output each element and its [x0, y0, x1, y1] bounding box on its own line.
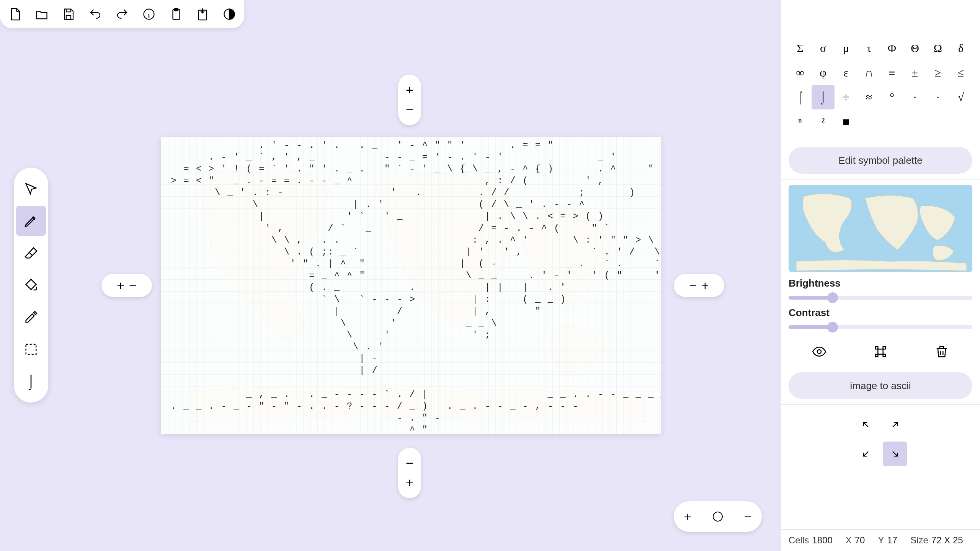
symbol-cell[interactable]: Φ	[880, 36, 903, 60]
edit-palette-button[interactable]: Edit symbol palette	[789, 147, 972, 174]
symbol-cell[interactable]: Θ	[903, 36, 926, 60]
resize-direction-grid	[781, 412, 980, 466]
zoom-reset-icon[interactable]	[712, 510, 724, 523]
symbol-cell[interactable]: ≈	[858, 85, 880, 109]
svg-rect-5	[26, 344, 36, 355]
pointer-tool[interactable]	[16, 174, 46, 204]
preview-toggle-button[interactable]	[810, 342, 828, 361]
symbol-cell[interactable]: ≥	[926, 60, 949, 85]
size-value: 72 X 25	[931, 535, 963, 546]
remove-row-top-button[interactable]: −	[406, 102, 413, 117]
symbol-cell[interactable]: ■	[835, 109, 858, 134]
redo-button[interactable]	[114, 6, 130, 22]
pencil-tool[interactable]	[16, 206, 46, 236]
svg-point-9	[817, 350, 821, 354]
symbol-cell[interactable]: φ	[812, 60, 835, 85]
symbol-cell[interactable]: τ	[858, 36, 880, 60]
symbol-cell[interactable]: °	[880, 85, 903, 109]
new-file-button[interactable]	[7, 6, 23, 22]
zoom-in-button[interactable]: +	[684, 509, 691, 524]
status-bar: Cells1800 X70 Y17 Size72 X 25	[781, 529, 980, 551]
symbol-cell[interactable]: ε	[835, 60, 858, 85]
divider	[781, 179, 980, 179]
eraser-tool[interactable]	[16, 238, 46, 268]
remove-row-bottom-button[interactable]: −	[406, 456, 413, 471]
current-char-glyph: ⌡	[27, 373, 35, 390]
delete-image-button[interactable]	[933, 342, 951, 361]
symbol-cell[interactable]: ÷	[835, 85, 858, 109]
top-toolbar	[0, 0, 244, 28]
symbol-cell[interactable]: ⌡	[812, 85, 835, 109]
eyedropper-tool[interactable]	[16, 302, 46, 332]
symbol-cell[interactable]: ⌠	[789, 85, 812, 109]
image-actions	[789, 342, 972, 361]
undo-button[interactable]	[87, 6, 103, 22]
add-col-left-button[interactable]: +	[117, 278, 124, 293]
tool-strip: ⌡	[14, 168, 48, 403]
zoom-pill: + −	[674, 501, 762, 532]
resize-left-pill: + −	[101, 274, 152, 297]
open-file-button[interactable]	[34, 6, 50, 22]
symbol-cell[interactable]: ·	[926, 85, 949, 109]
symbol-cell[interactable]: ⁿ	[789, 109, 812, 134]
symbol-cell[interactable]: ∩	[858, 60, 880, 85]
add-row-top-button[interactable]: +	[406, 83, 413, 98]
cells-label: Cells	[789, 535, 809, 546]
save-button[interactable]	[60, 6, 77, 22]
right-panel: ΣσμτΦΘΩδ∞φε∩≡±≥≤⌠⌡÷≈°∙·√ⁿ²■ Edit symbol …	[781, 0, 980, 551]
resize-top-pill: + −	[398, 75, 421, 125]
zoom-out-button[interactable]: −	[744, 509, 752, 524]
info-button[interactable]	[141, 6, 157, 22]
symbol-cell[interactable]: ≡	[880, 60, 903, 85]
contrast-toggle-button[interactable]	[221, 6, 237, 22]
symbol-cell[interactable]: ≤	[949, 60, 972, 85]
crop-button[interactable]	[871, 342, 890, 361]
export-button[interactable]	[194, 6, 211, 22]
marquee-tool[interactable]	[16, 334, 46, 364]
fill-tool[interactable]	[16, 270, 46, 300]
remove-col-right-button[interactable]: −	[689, 278, 697, 293]
ascii-art-content: . ' - - . ' . . _ ' - ^ " " ' . = = " . …	[161, 137, 661, 434]
divider	[781, 404, 980, 405]
size-label: Size	[910, 535, 928, 546]
symbol-cell[interactable]: √	[949, 85, 972, 109]
source-image-preview[interactable]	[789, 185, 972, 272]
current-char-display: ⌡	[16, 367, 46, 396]
ascii-canvas[interactable]: . ' - - . ' . . _ ' - ^ " " ' . = = " . …	[161, 137, 661, 434]
y-value: 17	[887, 535, 897, 546]
brightness-label: Brightness	[789, 277, 972, 289]
direction-ne-button[interactable]	[883, 412, 907, 437]
symbol-cell[interactable]: σ	[812, 36, 835, 60]
symbol-cell[interactable]: Σ	[789, 36, 812, 60]
add-col-right-button[interactable]: +	[701, 278, 709, 293]
symbol-cell[interactable]: ²	[812, 109, 835, 134]
symbol-cell[interactable]: ∞	[789, 60, 812, 85]
svg-rect-10	[878, 349, 883, 354]
paste-button[interactable]	[168, 6, 184, 22]
remove-col-left-button[interactable]: −	[129, 278, 137, 293]
symbol-cell[interactable]: μ	[835, 36, 858, 60]
contrast-slider-section: Contrast	[789, 307, 972, 331]
direction-se-button[interactable]	[883, 442, 907, 466]
contrast-label: Contrast	[789, 307, 972, 319]
y-label: Y	[878, 535, 884, 546]
direction-sw-button[interactable]	[854, 442, 878, 466]
symbol-palette: ΣσμτΦΘΩδ∞φε∩≡±≥≤⌠⌡÷≈°∙·√ⁿ²■	[781, 0, 980, 142]
symbol-cell[interactable]: δ	[949, 36, 972, 60]
brightness-slider[interactable]	[789, 294, 972, 302]
cells-value: 1800	[812, 535, 832, 546]
resize-right-pill: − +	[674, 274, 724, 297]
symbol-cell[interactable]: ±	[903, 60, 926, 85]
svg-point-7	[713, 512, 722, 521]
brightness-slider-section: Brightness	[789, 277, 972, 302]
x-label: X	[846, 535, 852, 546]
image-to-ascii-button[interactable]: image to ascii	[789, 372, 972, 399]
contrast-slider[interactable]	[789, 323, 972, 331]
symbol-cell[interactable]: ∙	[903, 85, 926, 109]
resize-bottom-pill: − +	[398, 448, 421, 498]
direction-nw-button[interactable]	[854, 412, 878, 437]
x-value: 70	[855, 535, 865, 546]
add-row-bottom-button[interactable]: +	[406, 475, 413, 490]
symbol-cell[interactable]: Ω	[926, 36, 949, 60]
